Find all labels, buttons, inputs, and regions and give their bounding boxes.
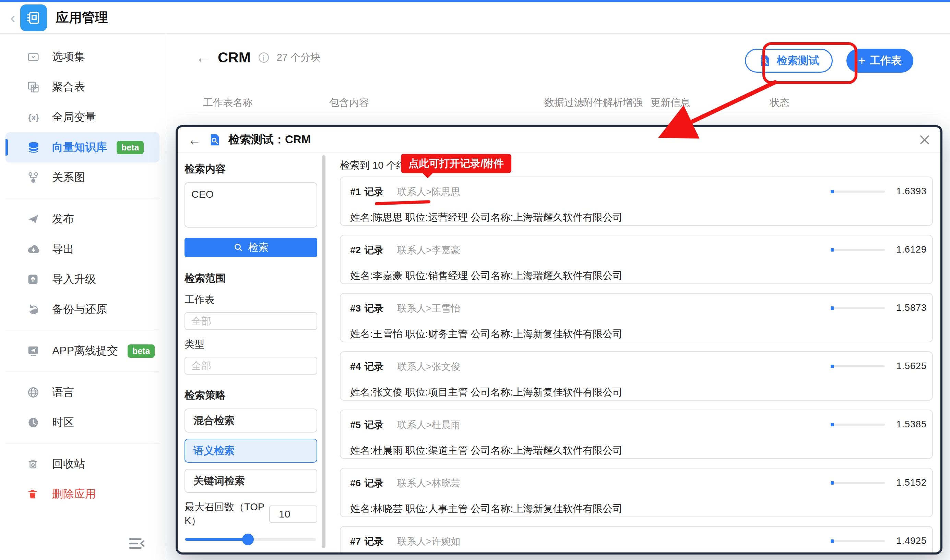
backup-restore-icon [27, 303, 40, 316]
add-worksheet-label: 工作表 [870, 54, 902, 68]
result-record-link[interactable]: 联系人>陈思思 [397, 185, 460, 198]
sidebar: 选项集 聚合表 {x} 全局变量 向量知识库 beta 关系图 [0, 34, 165, 560]
topk-slider[interactable] [185, 538, 316, 541]
search-content-label: 检索内容 [185, 162, 317, 176]
result-rank: #6 [350, 478, 361, 489]
result-type: 记录 [364, 418, 383, 431]
result-card: #5 记录 联系人>杜晨雨 姓名:杜晨雨 职位:渠道主管 公司名称:上海瑞耀久软… [340, 409, 933, 459]
sidebar-item-label: 向量知识库 [52, 140, 107, 155]
sidebar-collapse-icon[interactable] [128, 536, 146, 551]
sidebar-item-language[interactable]: 语言 [6, 377, 159, 408]
result-record-link[interactable]: 联系人>许婉如 [397, 535, 460, 548]
app-logo-icon[interactable] [20, 5, 47, 31]
sidebar-item-backup-restore[interactable]: 备份与还原 [6, 294, 159, 325]
back-arrow-icon[interactable]: ← [196, 51, 210, 65]
result-detail: 姓名:张文俊 职位:项目主管 公司名称:上海新复佳软件有限公司 [350, 386, 922, 399]
result-rank: #4 [350, 361, 361, 372]
sidebar-item-label: 选项集 [52, 49, 85, 65]
left-panel-scrollbar[interactable] [322, 155, 325, 548]
result-detail: 姓名:杜晨雨 职位:渠道主管 公司名称:上海瑞耀久软件有限公司 [350, 444, 922, 457]
result-card: #6 记录 联系人>林晓芸 姓名:林晓芸 职位:人事主管 公司名称:上海新复佳软… [340, 468, 933, 517]
sidebar-item-publish[interactable]: 发布 [6, 204, 159, 234]
result-card: #1 记录 联系人>陈思思 姓名:陈思思 职位:运营经理 公司名称:上海瑞耀久软… [340, 177, 933, 226]
info-icon[interactable] [258, 52, 269, 63]
sidebar-item-delete-app[interactable]: 删除应用 [6, 479, 159, 509]
score-bar [831, 540, 885, 542]
option-set-icon [27, 50, 40, 64]
modal-header: ← 检索测试：CRM [178, 127, 941, 152]
sidebar-item-app-offline-submit[interactable]: APP离线提交 beta [6, 336, 159, 366]
score-bar [831, 365, 885, 368]
score-value: 1.5625 [894, 361, 927, 371]
sidebar-item-relation-graph[interactable]: 关系图 [6, 162, 159, 192]
result-record-link[interactable]: 联系人>王雪怡 [397, 302, 460, 315]
result-record-link[interactable]: 联系人>李嘉豪 [397, 244, 460, 257]
sidebar-item-recycle-bin[interactable]: 回收站 [6, 449, 159, 479]
result-record-link[interactable]: 联系人>杜晨雨 [397, 418, 460, 431]
threshold-input[interactable] [269, 552, 317, 554]
add-worksheet-button[interactable]: + 工作表 [847, 49, 913, 73]
app-window: ‹ 应用管理 选项集 聚合表 {x} 全局变量 [0, 0, 950, 560]
window-back-chevron-icon[interactable]: ‹ [10, 10, 15, 25]
sidebar-item-label: 发布 [52, 211, 74, 226]
result-detail: 姓名:李嘉豪 职位:销售经理 公司名称:上海瑞耀久软件有限公司 [350, 269, 922, 283]
export-cloud-icon [27, 242, 40, 256]
search-button[interactable]: 检索 [185, 238, 317, 257]
close-icon[interactable] [918, 133, 931, 147]
search-button-label: 检索 [248, 241, 269, 255]
topk-slider-thumb[interactable] [242, 534, 254, 545]
delete-trash-icon [27, 487, 40, 501]
result-type: 记录 [364, 302, 383, 315]
result-rank: #3 [350, 303, 361, 314]
worksheet-filter-input[interactable] [185, 312, 317, 330]
beta-badge: beta [128, 345, 155, 358]
plus-icon: + [858, 54, 866, 67]
sidebar-item-vector-knowledge-base[interactable]: 向量知识库 beta [6, 132, 159, 162]
sidebar-divider [6, 443, 159, 443]
score-value: 1.5152 [894, 477, 927, 488]
topk-input[interactable] [269, 506, 317, 523]
sidebar-item-label: 全局变量 [52, 110, 96, 125]
sidebar-item-label: 时区 [52, 415, 74, 430]
retrieval-test-button[interactable]: 检索测试 [745, 49, 833, 73]
col-update-info: 更新信息 [651, 96, 690, 110]
sidebar-item-timezone[interactable]: 时区 [6, 408, 159, 438]
result-record-link[interactable]: 联系人>张文俊 [397, 360, 460, 373]
sidebar-item-option-set[interactable]: 选项集 [6, 42, 159, 72]
strategy-semantic-button[interactable]: 语义检索 [185, 438, 317, 463]
sidebar-item-global-variables[interactable]: {x} 全局变量 [6, 102, 159, 132]
result-record-link[interactable]: 联系人>林晓芸 [397, 477, 460, 490]
page-title: 应用管理 [56, 9, 108, 26]
result-detail: 姓名:林晓芸 职位:人事主管 公司名称:上海新复佳软件有限公司 [350, 502, 922, 516]
sidebar-item-import-upgrade[interactable]: 导入升级 [6, 264, 159, 294]
beta-badge: beta [117, 141, 144, 154]
svg-text:{x}: {x} [28, 113, 39, 122]
search-query-input[interactable]: CEO [185, 182, 317, 228]
sidebar-item-aggregate-table[interactable]: 聚合表 [6, 72, 159, 102]
strategy-hybrid-button[interactable]: 混合检索 [185, 409, 317, 432]
worksheet-filter-label: 工作表 [185, 293, 317, 307]
chunk-count: 27 个分块 [277, 51, 320, 65]
topk-label: 最大召回数（TOP K） [185, 500, 269, 528]
search-settings-panel: 检索内容 CEO 检索 检索范围 工作表 类型 检索策略 混合检索 语义检索 关… [178, 152, 326, 552]
modal-back-arrow-icon[interactable]: ← [188, 133, 201, 146]
result-type: 记录 [364, 477, 383, 490]
sidebar-item-label: 回收站 [52, 457, 85, 472]
sidebar-item-label: 导出 [52, 242, 74, 257]
result-card: #7 记录 联系人>许婉如 1.4925 [340, 526, 933, 554]
result-rank: #7 [350, 536, 361, 547]
aggregate-table-icon [27, 80, 40, 94]
sidebar-item-export[interactable]: 导出 [6, 234, 159, 264]
col-status: 状态 [770, 96, 790, 110]
strategy-keyword-button[interactable]: 关键词检索 [185, 469, 317, 493]
header-buttons: 检索测试 + 工作表 [745, 49, 913, 73]
type-filter-input[interactable] [185, 357, 317, 375]
sidebar-item-label: 聚合表 [52, 80, 85, 95]
result-card: #2 记录 联系人>李嘉豪 姓名:李嘉豪 职位:销售经理 公司名称:上海瑞耀久软… [340, 235, 933, 284]
score-value: 1.5385 [894, 419, 927, 430]
score-value: 1.6129 [894, 245, 927, 255]
search-results-panel: 检索到 10 个结果 点此可打开记录/附件 #1 记录 联系人>陈思思 姓名:陈… [326, 152, 941, 552]
publish-icon [27, 212, 40, 226]
result-type: 记录 [364, 535, 383, 548]
doc-search-icon [208, 133, 222, 147]
